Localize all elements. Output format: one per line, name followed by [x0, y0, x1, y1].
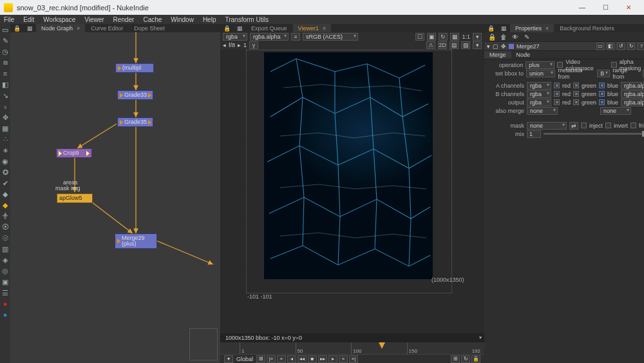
mix-value[interactable]: 1	[527, 130, 541, 138]
tool-color-icon[interactable]: ≡	[0, 69, 10, 78]
viewer-lock-icon[interactable]: 🔒	[223, 25, 231, 32]
ck-inject[interactable]	[581, 123, 587, 128]
tool-keyer-icon[interactable]: ↘	[0, 91, 10, 100]
lut-toggle-icon[interactable]: ≡	[291, 33, 300, 41]
lock-icon[interactable]: 🔒	[13, 25, 21, 32]
ck-b-red[interactable]	[554, 91, 560, 97]
alpha-dropdown[interactable]: rgba.alpha	[250, 33, 289, 41]
ck-out-blue[interactable]	[599, 99, 605, 105]
ck-out-green[interactable]	[573, 99, 579, 105]
menu-workspace[interactable]: Workspace	[43, 16, 75, 23]
menu-transform-utils[interactable]: Transform Utils	[225, 16, 268, 23]
ck-fringe[interactable]	[630, 123, 636, 128]
tool-lens-icon[interactable]: ●	[0, 299, 10, 308]
ck-a-red[interactable]	[554, 83, 560, 88]
maximize-button[interactable]: ☐	[594, 0, 617, 15]
props-eye-icon[interactable]: 👁	[511, 33, 519, 41]
step-back-icon[interactable]: ◂	[287, 355, 296, 363]
nodegraph-canvas[interactable]: (multipl Grade33 Grade35 Crop9 areas mas…	[10, 32, 220, 363]
hdr-btn-5[interactable]: ?	[638, 43, 644, 50]
tool-air2-icon[interactable]: ⦾	[0, 233, 10, 242]
tool-3d-icon[interactable]: ▦	[0, 124, 10, 133]
first-frame-icon[interactable]: |«	[267, 355, 276, 363]
tool-particles-icon[interactable]: ∴	[0, 135, 10, 144]
collapse-icon[interactable]: ▾	[487, 43, 490, 50]
viewer-image-area[interactable]: (1000x1350) -101 -101	[220, 50, 484, 333]
meta-dropdown[interactable]: B	[597, 70, 610, 77]
menu-cache[interactable]: Cache	[143, 16, 162, 23]
output-tail[interactable]: rgba.alpha	[621, 99, 644, 106]
tool-image-icon[interactable]: ▭	[0, 25, 10, 34]
float-icon[interactable]: ▢	[493, 43, 498, 50]
mask-swap-icon[interactable]: ⇄	[569, 122, 578, 130]
proxy-icon[interactable]: ▦	[450, 33, 459, 41]
a-channels-tail[interactable]: rgba.alpha	[621, 82, 644, 90]
roi-icon[interactable]: ▣	[427, 33, 436, 41]
alsomerge-dropdown[interactable]: none	[527, 107, 558, 115]
wipe-icon[interactable]: ☐	[415, 33, 424, 41]
close-button[interactable]: ✕	[617, 0, 640, 15]
tool-geo-icon[interactable]: ▥	[0, 244, 10, 253]
fps-field[interactable]: ⊞	[451, 355, 460, 363]
ck-b-green[interactable]	[573, 91, 579, 97]
ck-a-blue[interactable]	[599, 83, 605, 88]
mask-dropdown[interactable]: none	[527, 122, 567, 130]
channel-dropdown[interactable]: rgba	[223, 33, 247, 41]
prev-key-icon[interactable]: «	[277, 355, 286, 363]
tab-export-queue[interactable]: Export Queue	[246, 24, 292, 32]
tool-air-icon[interactable]: ⦿	[0, 222, 10, 231]
in-field[interactable]: ⊞	[256, 355, 265, 363]
2d-3d-toggle[interactable]: 2D	[438, 41, 447, 49]
tool-merge-icon[interactable]: ⬨	[0, 102, 10, 111]
gamma-icon[interactable]: γ	[249, 41, 258, 49]
tool-metadata-icon[interactable]: ✪	[0, 168, 10, 177]
node-top[interactable]: (multipl	[115, 63, 154, 73]
props-lockall-icon[interactable]: 🔒	[488, 33, 496, 41]
node-apglow[interactable]: apGlow5	[57, 193, 93, 203]
pause-icon[interactable]: ↻	[439, 33, 448, 41]
tab-node-graph[interactable]: Node Graph×	[36, 24, 85, 32]
menu-window[interactable]: Window	[171, 16, 194, 23]
bbox-dropdown[interactable]: union	[526, 70, 555, 77]
play-fwd-icon[interactable]: ▸▸	[318, 355, 327, 363]
tab-dope-sheet[interactable]: Dope Sheet	[129, 24, 170, 32]
tool-other-icon[interactable]: ◆	[0, 190, 10, 199]
tool-filter-icon[interactable]: ◧	[0, 80, 10, 89]
b-channels-dropdown[interactable]: rgba	[527, 90, 551, 98]
tool-draw-icon[interactable]: ✎	[0, 36, 10, 45]
a-channels-dropdown[interactable]: rgba	[527, 82, 551, 90]
tool-pixel-icon[interactable]: ◆	[0, 201, 10, 210]
b-channels-tail[interactable]: rgba.alpha	[621, 90, 644, 98]
ck-invert[interactable]	[605, 123, 611, 128]
menu-render[interactable]: Render	[113, 16, 135, 23]
timeline[interactable]: 1 50 100 150 192	[220, 342, 484, 354]
clip-warn-icon[interactable]: ⚠	[426, 41, 435, 49]
nodegraph-overview[interactable]	[189, 328, 218, 360]
node-crop9[interactable]: Crop9	[56, 148, 92, 158]
tool-views-icon[interactable]: ◉	[0, 157, 10, 166]
minimize-button[interactable]: —	[571, 0, 594, 15]
tool-cam-icon[interactable]: ◎	[0, 266, 10, 275]
tab-bg-renders[interactable]: Background Renders	[554, 24, 620, 32]
play-mode-icon[interactable]: ▾	[224, 355, 233, 363]
tool-channel-icon[interactable]: ≋	[0, 58, 10, 67]
next-key-icon[interactable]: »	[339, 355, 348, 363]
stop-icon[interactable]: ■	[308, 355, 317, 363]
guides2-icon[interactable]: ▧	[461, 41, 470, 49]
ck-b-blue[interactable]	[599, 91, 605, 97]
gain-value[interactable]: 1	[243, 42, 247, 48]
hdr-btn-3[interactable]: ↺	[617, 43, 625, 50]
output-dropdown[interactable]: rgba	[527, 99, 551, 106]
center-icon[interactable]: ✥	[501, 43, 506, 50]
tool-clock-icon[interactable]: ◷	[0, 47, 10, 56]
node-grade35[interactable]: Grade35	[117, 117, 153, 127]
alsomerge2-dropdown[interactable]: none	[600, 107, 631, 115]
step-fwd-icon[interactable]: ▸	[328, 355, 337, 363]
last-frame-icon[interactable]: »|	[349, 355, 358, 363]
ck-out-red[interactable]	[554, 99, 560, 105]
node-color-swatch[interactable]	[509, 44, 514, 49]
tool-furn-icon[interactable]: ▣	[0, 277, 10, 286]
viewer-layout-icon[interactable]: ▦	[236, 25, 243, 32]
zoom-ratio[interactable]: 1:1	[462, 34, 470, 40]
tool-last-icon[interactable]: ●	[0, 310, 10, 319]
